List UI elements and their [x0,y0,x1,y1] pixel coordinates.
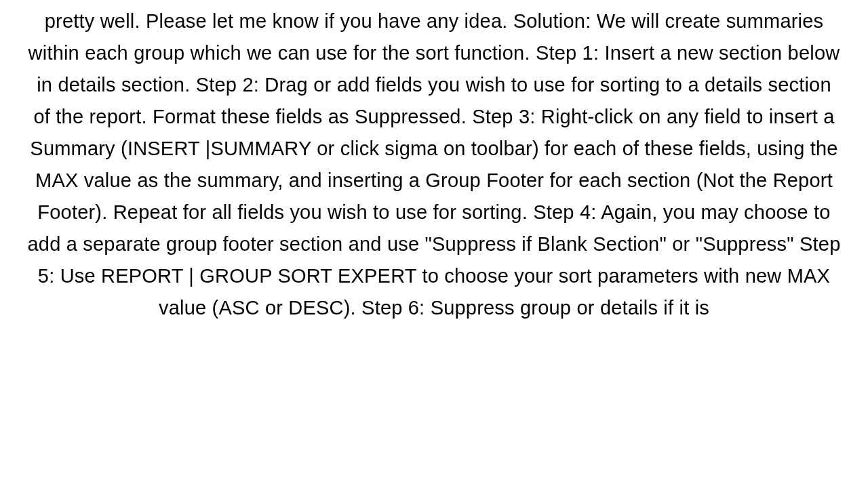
document-body-text: pretty well. Please let me know if you h… [0,0,868,324]
